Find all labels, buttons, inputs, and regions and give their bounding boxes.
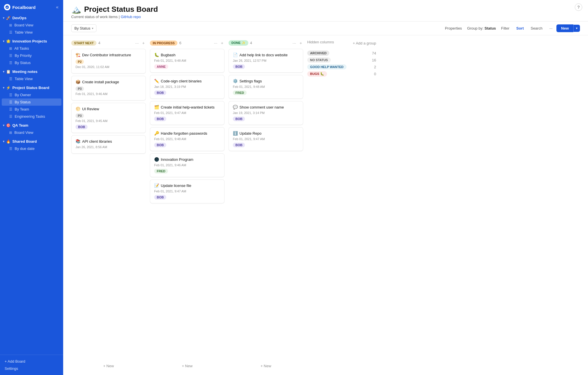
help-button[interactable]: ? xyxy=(575,3,582,11)
add-new-in-progress[interactable]: + New xyxy=(150,362,225,370)
hidden-columns-panel: Hidden columns + Add a group ARCHIVED 74… xyxy=(307,40,376,370)
card-date: Feb 01, 2021, 9:48 AM xyxy=(154,137,220,141)
sidebar-group-qa[interactable]: ▾ 🎯 QA Team xyxy=(0,121,63,129)
card-c3[interactable]: 🌕 UI Review P3 Feb 01, 2021, 9:45 AM BOB xyxy=(71,103,146,133)
column-header-in-progress: IN PROGRESS 6 ··· + xyxy=(150,40,225,46)
column-cards-in-progress: 🐛 Bugbash Feb 01, 2021, 9:48 AM ANNE ✏️ … xyxy=(150,49,225,360)
sidebar-item-by-priority[interactable]: ☰ By Priority xyxy=(2,52,61,59)
sidebar-item-by-team[interactable]: ☰ By Team xyxy=(2,106,61,113)
sidebar-group-devops-label: DevOps xyxy=(12,16,26,20)
card-date: Feb 01, 2021, 9:47 AM xyxy=(154,190,220,193)
hidden-columns-header: Hidden columns xyxy=(307,40,334,44)
sidebar-item-label: By due date xyxy=(15,146,34,151)
search-button[interactable]: Search xyxy=(528,25,545,32)
card-emoji: 📚 xyxy=(76,139,80,144)
card-c1[interactable]: 🏗️ Dev Contributor infrastructure P2 Dec… xyxy=(71,49,146,74)
chevron-down-icon: ▾ xyxy=(3,70,4,73)
card-title-c4: 📚 API client libraries xyxy=(76,139,142,144)
sidebar-header: Focalboard « xyxy=(0,0,63,14)
devops-emoji: 🚀 xyxy=(6,16,11,20)
card-emoji: 🌕 xyxy=(76,107,80,111)
app-logo: Focalboard xyxy=(4,4,36,10)
sidebar-group-meeting-label: Meeting notes xyxy=(12,69,37,74)
sidebar-item-by-status-innovation[interactable]: ☰ By Status xyxy=(2,59,61,66)
board-title: Project Status Board xyxy=(84,5,158,14)
card-c12[interactable]: ⚙️ Settings flags Feb 01, 2021, 9:48 AM … xyxy=(229,75,303,99)
card-assignee: BOB xyxy=(233,117,245,121)
sort-button[interactable]: Sort xyxy=(513,25,527,32)
sidebar-group-shared[interactable]: ▾ 🔥 Shared Board xyxy=(0,137,63,145)
board-heading: 🏔️ Project Status Board xyxy=(71,5,158,14)
card-badge-p3: P3 xyxy=(76,113,84,118)
sidebar-item-engineering-tasks[interactable]: ☰ Engineering Tasks xyxy=(2,113,61,120)
hidden-badge-bugs: BUGS 🐛 xyxy=(307,71,327,77)
sidebar-item-table-view-meeting[interactable]: ☰ Table View xyxy=(2,75,61,82)
card-badge-p2: P2 xyxy=(76,59,84,64)
card-title-c5: 🐛 Bugbash xyxy=(154,53,220,57)
sidebar-item-board-view-devops[interactable]: ⊞ Board View xyxy=(2,22,61,29)
settings-button[interactable]: Settings xyxy=(3,365,60,372)
sidebar-group-shared-label: Shared Board xyxy=(12,139,37,144)
github-repo-link[interactable]: GitHub repo xyxy=(121,15,141,19)
card-title-c7: 🗂️ Create initial help-wanted tickets xyxy=(154,105,220,109)
sidebar-item-label: Table View xyxy=(15,77,33,81)
card-emoji: 🌑 xyxy=(154,157,159,162)
add-new-done[interactable]: + New xyxy=(229,362,303,370)
column-add-button[interactable]: + xyxy=(298,40,303,46)
column-actions-start-next: ··· + xyxy=(134,40,146,46)
sidebar-collapse-button[interactable]: « xyxy=(55,4,60,10)
sidebar-item-label: All Tasks xyxy=(14,46,29,51)
new-button-dropdown[interactable]: ▾ xyxy=(573,25,580,32)
column-count-start-next: 4 xyxy=(98,41,100,45)
sidebar-group-devops[interactable]: ▾ 🚀 DevOps xyxy=(0,14,63,22)
card-assignee: ANNE xyxy=(154,64,168,69)
card-emoji: 📦 xyxy=(76,80,80,84)
card-date: Feb 01, 2021, 9:46 AM xyxy=(154,163,220,167)
card-c9[interactable]: 🌑 Innovation Program Feb 01, 2021, 9:46 … xyxy=(150,153,225,177)
sidebar-item-by-due-date[interactable]: ☰ By due date xyxy=(2,145,61,152)
hidden-badge-no-status: NO STATUS xyxy=(307,57,331,63)
sidebar-item-board-view-qa[interactable]: ⊞ Board View xyxy=(2,129,61,136)
column-more-button[interactable]: ··· xyxy=(291,40,297,46)
app-name: Focalboard xyxy=(12,5,36,10)
sidebar-item-label: Engineering Tasks xyxy=(15,114,45,119)
card-c8[interactable]: 🔑 Handle forgotten passwords Feb 01, 202… xyxy=(150,127,225,151)
view-label: By Status xyxy=(74,26,90,30)
hidden-row-no-status: NO STATUS 16 xyxy=(307,57,376,63)
card-date: Feb 01, 2021, 9:45 AM xyxy=(76,119,142,123)
card-c11[interactable]: 📄 Add help link to docs website Jan 26, … xyxy=(229,49,303,73)
sidebar-group-innovation[interactable]: ▾ 🌟 Innovation Projects xyxy=(0,37,63,45)
card-c6[interactable]: ✏️ Code-sign client binaries Jan 18, 202… xyxy=(150,75,225,99)
view-selector[interactable]: By Status ▾ xyxy=(71,24,96,32)
meeting-emoji: 📋 xyxy=(6,69,11,74)
sidebar-item-by-owner[interactable]: ☰ By Owner xyxy=(2,91,61,98)
column-add-button[interactable]: + xyxy=(220,40,225,46)
add-board-button[interactable]: + Add Board xyxy=(3,358,60,365)
card-c7[interactable]: 🗂️ Create initial help-wanted tickets Fe… xyxy=(150,101,225,125)
add-new-start-next[interactable]: + New xyxy=(71,362,146,370)
add-group-button[interactable]: + Add a group xyxy=(353,40,376,47)
sidebar-item-table-view-devops[interactable]: ☰ Table View xyxy=(2,29,61,36)
card-c14[interactable]: ℹ️ Update Repo Feb 01, 2021, 9:47 AM BOB xyxy=(229,127,303,151)
chevron-down-icon: ▾ xyxy=(3,86,4,89)
project-emoji: ⚡ xyxy=(6,86,11,90)
card-c10[interactable]: 📝 Update license file Feb 01, 2021, 9:47… xyxy=(150,179,225,203)
new-button[interactable]: New xyxy=(556,24,573,32)
sidebar-section-meeting: ▾ 📋 Meeting notes ☰ Table View xyxy=(0,67,63,84)
filter-button[interactable]: Filter xyxy=(498,25,512,32)
card-c13[interactable]: 💬 Show comment user name Jan 19, 2021, 3… xyxy=(229,101,303,125)
card-c4[interactable]: 📚 API client libraries Jan 26, 2021, 8:5… xyxy=(71,135,146,154)
card-c5[interactable]: 🐛 Bugbash Feb 01, 2021, 9:48 AM ANNE xyxy=(150,49,225,73)
column-add-button[interactable]: + xyxy=(141,40,146,46)
column-more-button[interactable]: ··· xyxy=(213,40,219,46)
sidebar-group-meeting[interactable]: ▾ 📋 Meeting notes xyxy=(0,67,63,75)
card-c2[interactable]: 📦 Create install package P3 Feb 01, 2021… xyxy=(71,76,146,100)
sidebar-item-by-status-project[interactable]: ☰ By Status xyxy=(2,98,61,106)
sidebar-item-all-tasks[interactable]: ⊞ All Tasks xyxy=(2,45,61,52)
card-emoji: 💬 xyxy=(233,105,238,109)
column-more-button[interactable]: ··· xyxy=(134,40,140,46)
properties-button[interactable]: Properties xyxy=(442,25,465,32)
more-options-button[interactable]: ··· xyxy=(546,25,555,32)
sidebar-group-project-status[interactable]: ▾ ⚡ Project Status Board xyxy=(0,84,63,91)
hidden-row-bugs: BUGS 🐛 0 xyxy=(307,71,376,77)
